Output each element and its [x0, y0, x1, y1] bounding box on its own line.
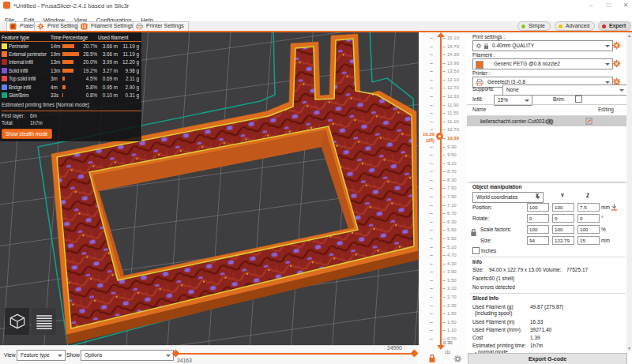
feature-time: 3m — [51, 76, 62, 81]
feature-percentage: 5.8% — [80, 84, 97, 90]
feature-name: Solid infill — [9, 68, 50, 73]
editor-view-button[interactable] — [5, 308, 29, 335]
filament-select[interactable]: Generic PETG @0.8 nozzle2 — [472, 58, 613, 69]
unit-label: mm — [601, 205, 610, 210]
moves-slider-track[interactable] — [175, 353, 416, 355]
infill-value: 15% — [498, 97, 508, 103]
field-y[interactable] — [552, 203, 574, 212]
lock-icon[interactable] — [428, 354, 436, 363]
legend-separator — [2, 111, 141, 111]
layer-tick: 7.10 — [419, 203, 467, 208]
feature-percentage: 20.7% — [80, 43, 97, 49]
advanced-dot-icon — [559, 24, 562, 28]
layer-tick: 2.30 — [419, 303, 467, 309]
panel-scrollbar[interactable]: ▲ ▼ — [626, 32, 632, 351]
minimize-icon[interactable]: – — [585, 1, 597, 10]
feature-weight: 11.19 g — [118, 43, 139, 49]
sliced-label: Cost — [472, 335, 483, 340]
mode-expert[interactable]: Expert — [598, 21, 631, 31]
field-z[interactable] — [577, 225, 600, 234]
maximize-icon[interactable]: □ — [602, 1, 615, 10]
name-column-header: Name — [472, 107, 486, 112]
layer-tick: 13.90 — [419, 61, 467, 66]
layer-slider-handle[interactable] — [436, 133, 443, 140]
field-x[interactable] — [527, 236, 549, 245]
layer-tick: 12.30 — [419, 94, 467, 99]
legend-header-percentage: Percentage — [62, 35, 97, 40]
feature-color-swatch — [2, 84, 7, 90]
printer-icon — [476, 79, 483, 86]
feature-length: 3.27 m — [98, 68, 118, 73]
layer-tick: 14.70 — [419, 44, 467, 50]
feature-time: 4m — [51, 84, 62, 90]
layer-slider-bottom-arrow[interactable] — [437, 345, 445, 350]
feature-time: 13m — [51, 59, 62, 65]
feature-name: Internal infill — [9, 59, 50, 65]
field-y[interactable] — [552, 236, 574, 245]
mode-advanced[interactable]: Advanced — [555, 21, 595, 31]
slider-gear-icon[interactable] — [453, 355, 462, 363]
tab-label: Filament Settings — [91, 23, 134, 28]
section-divider — [470, 257, 625, 257]
layer-tick: 1.90 — [419, 311, 467, 317]
brim-checkbox[interactable] — [575, 96, 582, 103]
bottom-bar: View Feature type Show Options 24163 249… — [0, 345, 419, 364]
filament-value: Generic PETG @0.8 nozzle2 — [494, 61, 560, 66]
show-label: Show — [66, 352, 80, 358]
drop-to-bed-icon[interactable] — [611, 204, 618, 211]
feature-weight: 2.90 g — [118, 84, 139, 90]
3d-viewport[interactable]: Feature type Time Percentage Used filame… — [0, 32, 419, 345]
feature-color-swatch — [2, 51, 7, 57]
eye-icon[interactable] — [545, 118, 554, 125]
feature-weight: 2.11 g — [118, 76, 139, 81]
scroll-up-icon[interactable]: ▲ — [626, 32, 632, 39]
legend-row: External perimeter19m28.5%3.66 m11.19 g — [2, 50, 141, 58]
inches-checkbox[interactable] — [472, 247, 480, 254]
feature-percentage: 0.8% — [80, 92, 97, 98]
preview-view-button[interactable] — [32, 308, 56, 335]
object-row[interactable]: kellerschacht-center-Cut003.obj — [467, 116, 626, 126]
moves-slider-right-handle[interactable] — [411, 350, 419, 358]
printer-icon — [136, 23, 143, 30]
field-z[interactable] — [577, 214, 600, 223]
object-manipulation-title: Object manipulation — [472, 184, 521, 190]
feature-color-swatch — [2, 92, 7, 98]
feature-length: 0.69 m — [98, 76, 118, 81]
edit-object-icon[interactable] — [585, 118, 592, 125]
field-z[interactable] — [577, 236, 600, 245]
scroll-down-icon[interactable]: ▼ — [626, 345, 632, 351]
brim-label: Brim: — [553, 96, 565, 102]
layer-tick: 7.90 — [419, 186, 467, 191]
chevron-down-icon — [525, 99, 529, 102]
legend-header-time: Time — [51, 35, 62, 40]
show-options-select[interactable]: Options — [81, 350, 174, 361]
axis-x-header: X — [527, 193, 547, 198]
chevron-down-icon — [58, 355, 62, 357]
filament-gear-button[interactable] — [612, 59, 621, 68]
print-settings-gear-button[interactable] — [612, 41, 621, 50]
supports-select[interactable]: None — [502, 84, 627, 96]
field-x[interactable] — [527, 225, 549, 234]
scale-lock-icon[interactable] — [470, 228, 477, 237]
feature-bar — [62, 93, 79, 97]
tab-label: Plater — [20, 23, 34, 28]
sliced-label: Used Filament (mm³) — [472, 327, 521, 332]
close-icon[interactable]: ✕ — [619, 1, 632, 10]
field-y[interactable] — [552, 225, 574, 234]
field-x[interactable] — [527, 214, 549, 223]
sliced-value: 1.39 — [530, 335, 540, 340]
feature-time: 13m — [51, 68, 62, 73]
layer-slider-column: 15.1014.7014.3013.9013.5013.1012.7012.30… — [419, 32, 467, 364]
first-layer-label: First layer: — [2, 113, 24, 118]
view-type-select[interactable]: Feature type — [17, 350, 66, 361]
field-z[interactable] — [577, 203, 600, 212]
feature-length: 0.10 m — [98, 92, 118, 98]
feature-name: Top solid infill — [9, 76, 50, 81]
print-settings-select[interactable]: 0.40mm QUALITY — [472, 40, 613, 51]
show-stealth-mode-button[interactable]: Show stealth mode — [2, 129, 52, 139]
field-x[interactable] — [527, 203, 549, 212]
legend-overlay: Feature type Time Percentage Used filame… — [0, 32, 141, 141]
field-y[interactable] — [552, 214, 574, 223]
export-gcode-button[interactable]: Export G-code — [468, 353, 627, 364]
mode-simple[interactable]: Simple — [517, 21, 551, 31]
